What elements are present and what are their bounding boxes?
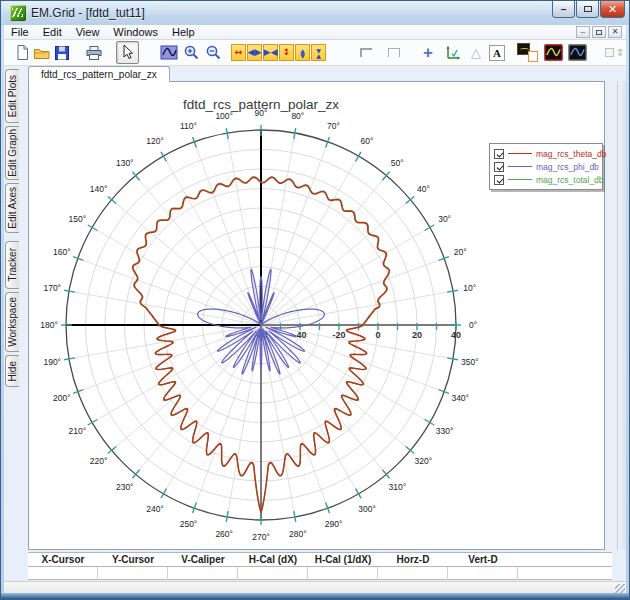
sidebar-tab-edit-axes[interactable]: Edit Axes xyxy=(5,183,19,233)
mdi-restore-button[interactable] xyxy=(592,26,606,38)
sidebar-tab-label: Tracker xyxy=(7,248,18,282)
zoom-window-button[interactable] xyxy=(159,42,179,64)
angle-label: 250° xyxy=(180,519,198,529)
document-tab[interactable]: fdtd_rcs_pattern_polar_zx xyxy=(28,66,170,82)
angle-label: 260° xyxy=(215,529,233,539)
text-tool-button[interactable]: A xyxy=(489,45,505,61)
new-file-button[interactable] xyxy=(12,42,32,64)
angle-label: 200° xyxy=(53,393,71,403)
angle-tick xyxy=(64,358,75,360)
expand-y-button[interactable]: ↕ xyxy=(279,44,294,61)
angle-label: 30° xyxy=(438,214,451,224)
angle-label: 290° xyxy=(325,519,343,529)
inset-graph-button[interactable] xyxy=(517,43,539,63)
corner-annotation-button[interactable] xyxy=(357,42,375,64)
cursor-col-header: H-Cal (1/dX) xyxy=(308,553,378,566)
expand-x-button-icon: ↔ xyxy=(235,48,243,57)
pan-x-button[interactable]: ◀▶ xyxy=(247,44,262,61)
angle-label: 10° xyxy=(463,283,476,293)
sidebar-tab-label: Edit Plots xyxy=(7,75,18,117)
vertical-spacing-button[interactable]: ⇕ xyxy=(605,42,626,64)
zoom-out-button[interactable] xyxy=(203,42,223,64)
angle-label: 50° xyxy=(391,158,404,168)
legend-label: mag_rcs_phi_db xyxy=(536,162,599,172)
sidebar-tab-edit-graph[interactable]: Edit Graph xyxy=(5,126,19,180)
save-button[interactable] xyxy=(52,42,72,64)
cursor-table-values xyxy=(28,567,612,580)
crosshair-button[interactable]: + xyxy=(419,42,437,64)
menu-windows[interactable]: Windows xyxy=(106,25,165,40)
angle-label: 210° xyxy=(69,426,87,436)
mdi-window-controls: – ✕ xyxy=(576,26,622,38)
corner-annotation-button-icon xyxy=(360,48,372,57)
radial-label: 40 xyxy=(451,330,461,340)
legend-label: mag_rcs_theta_db xyxy=(536,149,606,159)
angle-label: 40° xyxy=(417,184,430,194)
menu-edit[interactable]: Edit xyxy=(36,25,69,40)
angle-tick xyxy=(64,290,75,292)
graph-style-blue-button[interactable] xyxy=(567,42,587,64)
expand-x-button[interactable]: ↔ xyxy=(231,44,246,61)
mdi-restore-icon xyxy=(596,30,602,35)
angle-label: 170° xyxy=(43,283,61,293)
plot-panel: 0°10°20°30°40°50°60°70°80°90°100°110°120… xyxy=(28,81,605,550)
angle-tick xyxy=(226,128,228,139)
sidebar-tab-hide[interactable]: Hide xyxy=(5,355,19,387)
window-bottom-border xyxy=(1,593,629,599)
mdi-client-area: Edit PlotsEdit GraphEdit AxesTrackerWork… xyxy=(4,66,626,593)
angle-tick xyxy=(226,511,228,522)
shrink-y-button[interactable]: ▼▲ xyxy=(311,44,326,61)
graph-style-yellow-button[interactable] xyxy=(543,42,563,64)
shrink-y-button-icon: ▼▲ xyxy=(316,48,321,58)
sidebar-tab-label: Edit Axes xyxy=(7,187,18,229)
zoom-in-button[interactable] xyxy=(181,42,201,64)
cursor-col-header: Vert-D xyxy=(448,553,518,566)
angle-label: 350° xyxy=(461,357,479,367)
angle-label: 220° xyxy=(90,456,108,466)
mdi-minimize-button[interactable]: – xyxy=(576,26,590,38)
menu-view[interactable]: View xyxy=(69,25,107,40)
cursor-col-header: V-Caliper xyxy=(168,553,238,566)
menu-help[interactable]: Help xyxy=(165,25,202,40)
app-logo-icon xyxy=(10,5,26,21)
sidebar-tab-label: Hide xyxy=(7,361,18,382)
sidebar-tab-workspace[interactable]: Workspace xyxy=(5,292,19,352)
legend-label: mag_rcs_total_db xyxy=(536,175,604,185)
legend-checkbox[interactable] xyxy=(494,149,504,159)
legend-checkbox[interactable] xyxy=(494,162,504,172)
close-button[interactable]: ✕ xyxy=(600,1,625,18)
box-annotation-button[interactable] xyxy=(385,42,403,64)
cursor-col-header: Horz-D xyxy=(378,553,448,566)
mdi-close-button[interactable]: ✕ xyxy=(608,26,622,38)
angle-label: 100° xyxy=(215,111,233,121)
angle-label: 180° xyxy=(40,320,58,330)
shrink-x-button-icon: ▶◀ xyxy=(264,48,278,57)
angle-label: 20° xyxy=(454,247,467,257)
print-button[interactable] xyxy=(84,42,104,64)
minimize-button[interactable]: – xyxy=(552,1,575,18)
pointer-tool-button[interactable] xyxy=(116,41,139,64)
angle-tick xyxy=(447,358,458,360)
angle-label: 310° xyxy=(388,482,406,492)
shrink-x-button[interactable]: ▶◀ xyxy=(263,44,278,61)
title-bar[interactable]: EM.Grid - [fdtd_tut11] – ✕ xyxy=(1,1,629,25)
open-file-button[interactable] xyxy=(32,42,52,64)
legend-line-swatch xyxy=(508,153,532,154)
pan-y-button-icon: ▲▼ xyxy=(300,48,305,58)
restore-icon xyxy=(584,6,592,12)
axes-tool-button[interactable] xyxy=(443,42,463,64)
sidebar-tab-edit-plots[interactable]: Edit Plots xyxy=(5,69,19,123)
cursor-col-value xyxy=(378,567,448,580)
legend-checkbox[interactable] xyxy=(494,175,504,185)
radial-label: 20 xyxy=(412,330,422,340)
triangle-marker-button[interactable]: △ xyxy=(467,42,485,64)
menu-file[interactable]: File xyxy=(4,25,36,40)
legend-row: mag_rcs_phi_db xyxy=(494,160,598,173)
maximize-button[interactable] xyxy=(576,1,599,18)
pan-x-button-icon: ◀▶ xyxy=(248,48,262,57)
angle-label: 330° xyxy=(436,426,454,436)
angle-label: 280° xyxy=(289,529,307,539)
pan-y-button[interactable]: ▲▼ xyxy=(295,44,310,61)
sidebar-tab-tracker[interactable]: Tracker xyxy=(5,241,19,289)
angle-tick xyxy=(294,511,296,522)
